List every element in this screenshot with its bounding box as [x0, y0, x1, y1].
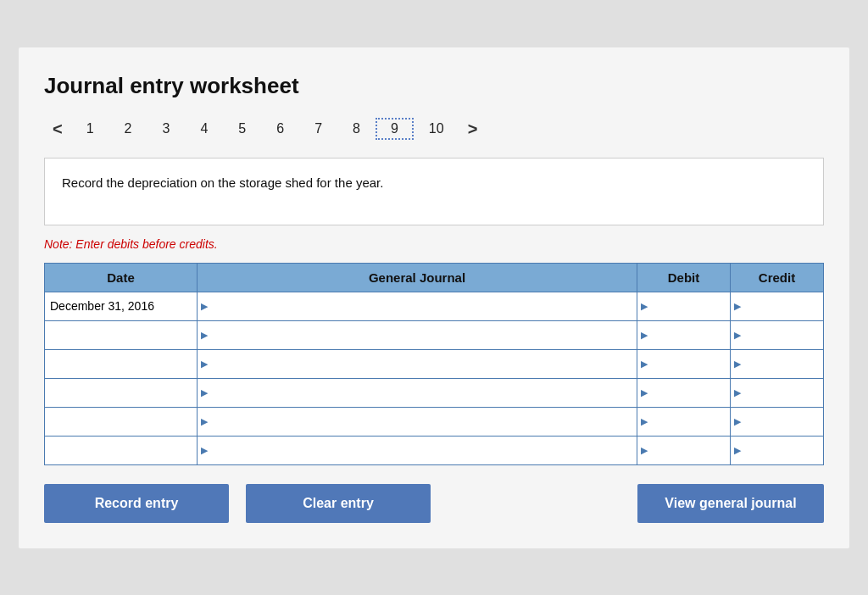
table-cell-debit[interactable]	[637, 292, 731, 320]
table-row: December 31, 2016	[45, 292, 824, 320]
table-row	[45, 407, 824, 436]
nav-item-7[interactable]: 7	[299, 118, 337, 140]
nav-next-button[interactable]: >	[459, 116, 487, 142]
table-cell-debit[interactable]	[637, 349, 731, 378]
nav-item-3[interactable]: 3	[147, 118, 186, 140]
table-cell-credit[interactable]	[731, 292, 824, 320]
table-cell-journal[interactable]	[198, 292, 637, 320]
nav-item-2[interactable]: 2	[109, 118, 147, 140]
table-cell-credit[interactable]	[731, 320, 824, 349]
table-cell-date[interactable]: December 31, 2016	[45, 292, 198, 320]
table-cell-credit[interactable]	[731, 407, 824, 436]
nav-item-6[interactable]: 6	[261, 118, 299, 140]
main-container: Journal entry worksheet < 1 2 3 4 5 6 7 …	[19, 47, 849, 548]
table-cell-credit[interactable]	[731, 436, 824, 464]
table-cell-debit[interactable]	[637, 378, 731, 407]
table-row	[45, 320, 824, 349]
table-cell-debit[interactable]	[637, 320, 731, 349]
nav-item-9[interactable]: 9	[376, 118, 414, 140]
table-cell-date[interactable]	[45, 320, 198, 349]
table-cell-date[interactable]	[45, 436, 198, 464]
table-cell-credit[interactable]	[731, 378, 824, 407]
col-header-debit: Debit	[637, 263, 731, 292]
page-title: Journal entry worksheet	[44, 73, 824, 99]
instruction-box: Record the depreciation on the storage s…	[44, 158, 824, 225]
table-cell-debit[interactable]	[637, 407, 731, 436]
table-cell-journal[interactable]	[198, 378, 637, 407]
instruction-text: Record the depreciation on the storage s…	[62, 175, 383, 190]
table-row	[45, 436, 824, 464]
navigation-row: < 1 2 3 4 5 6 7 8 9 10 >	[44, 116, 824, 142]
nav-item-10[interactable]: 10	[414, 118, 459, 140]
nav-item-4[interactable]: 4	[185, 118, 223, 140]
button-row: Record entry Clear entry View general jo…	[44, 484, 824, 523]
col-header-date: Date	[45, 263, 198, 292]
table-cell-journal[interactable]	[198, 349, 637, 378]
nav-item-8[interactable]: 8	[337, 118, 376, 140]
table-cell-debit[interactable]	[637, 436, 731, 464]
table-cell-credit[interactable]	[731, 349, 824, 378]
table-cell-date[interactable]	[45, 407, 198, 436]
record-entry-button[interactable]: Record entry	[44, 484, 229, 523]
clear-entry-button[interactable]: Clear entry	[246, 484, 431, 523]
table-cell-journal[interactable]	[198, 407, 637, 436]
nav-item-5[interactable]: 5	[223, 118, 261, 140]
nav-item-1[interactable]: 1	[71, 118, 109, 140]
table-cell-date[interactable]	[45, 349, 198, 378]
view-general-journal-button[interactable]: View general journal	[637, 484, 824, 523]
nav-prev-button[interactable]: <	[44, 116, 71, 142]
note-text: Note: Enter debits before credits.	[44, 237, 824, 251]
table-cell-journal[interactable]	[198, 320, 637, 349]
table-row	[45, 378, 824, 407]
table-row	[45, 349, 824, 378]
col-header-journal: General Journal	[198, 263, 637, 292]
table-cell-date[interactable]	[45, 378, 198, 407]
table-cell-journal[interactable]	[198, 436, 637, 464]
journal-table: Date General Journal Debit Credit Decemb…	[44, 263, 824, 465]
col-header-credit: Credit	[731, 263, 824, 292]
